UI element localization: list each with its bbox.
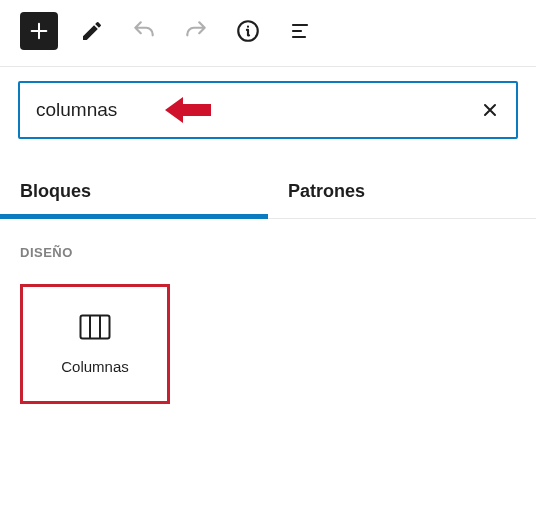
undo-button[interactable]: [126, 13, 162, 49]
search-input[interactable]: [36, 99, 480, 121]
redo-button[interactable]: [178, 13, 214, 49]
section-design-label: DISEÑO: [0, 219, 536, 260]
info-icon: [235, 18, 261, 44]
search-container: [0, 67, 536, 139]
plus-icon: [28, 20, 50, 42]
info-button[interactable]: [230, 13, 266, 49]
redo-icon: [183, 18, 209, 44]
clear-search-button[interactable]: [480, 100, 500, 120]
editor-toolbar: [0, 0, 536, 67]
columns-icon: [79, 314, 111, 340]
inserter-tabs: Bloques Patrones: [0, 167, 536, 219]
edit-button[interactable]: [74, 13, 110, 49]
add-block-button[interactable]: [20, 12, 58, 50]
tab-blocks[interactable]: Bloques: [0, 167, 268, 218]
tab-patterns[interactable]: Patrones: [268, 167, 536, 218]
blocks-grid: Columnas: [0, 260, 536, 428]
block-columns-label: Columnas: [61, 358, 129, 375]
undo-icon: [131, 18, 157, 44]
close-icon: [480, 100, 500, 120]
svg-rect-1: [81, 315, 110, 338]
search-box: [18, 81, 518, 139]
block-columns[interactable]: Columnas: [20, 284, 170, 404]
outline-button[interactable]: [282, 13, 318, 49]
outline-icon: [288, 19, 312, 43]
pencil-icon: [80, 19, 104, 43]
